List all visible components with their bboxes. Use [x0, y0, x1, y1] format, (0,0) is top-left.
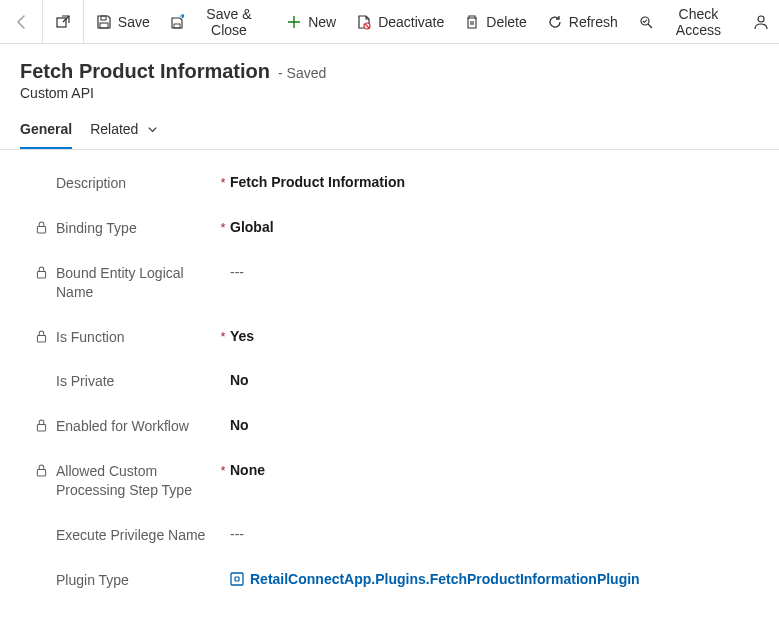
assign-button[interactable] [747, 0, 775, 44]
save-label: Save [118, 14, 150, 30]
new-button[interactable]: New [276, 0, 346, 44]
field-enabled-workflow: Enabled for Workflow No [36, 417, 759, 436]
person-icon [753, 14, 769, 30]
refresh-label: Refresh [569, 14, 618, 30]
required-indicator: * [220, 220, 225, 235]
lock-icon [36, 219, 50, 234]
plugin-type-label: Plugin Type [56, 571, 129, 590]
check-access-button[interactable]: Check Access [628, 0, 747, 44]
lock-icon [36, 328, 50, 343]
description-label: Description [56, 174, 126, 193]
svg-rect-8 [37, 271, 45, 277]
popout-icon [55, 14, 71, 30]
delete-button[interactable]: Delete [454, 0, 536, 44]
lock-slot [36, 526, 50, 528]
back-button[interactable] [4, 0, 40, 44]
svg-rect-3 [174, 24, 180, 28]
tab-related-label: Related [90, 121, 138, 137]
is-private-label: Is Private [56, 372, 114, 391]
lock-slot [36, 372, 50, 374]
plugin-entity-icon [230, 572, 244, 586]
enabled-workflow-value: No [230, 417, 249, 433]
new-label: New [308, 14, 336, 30]
svg-point-5 [641, 17, 649, 25]
required-indicator: * [220, 463, 225, 478]
required-indicator: * [220, 329, 225, 344]
binding-type-value: Global [230, 219, 274, 235]
svg-rect-9 [37, 335, 45, 341]
field-binding-type: Binding Type * Global [36, 219, 759, 238]
toolbar-divider [83, 0, 84, 44]
is-function-value: Yes [230, 328, 254, 344]
save-close-label: Save & Close [192, 6, 266, 38]
svg-point-6 [758, 16, 764, 22]
required-indicator: * [220, 175, 225, 190]
allowed-step-type-label: Allowed Custom Processing Step Type [56, 462, 216, 500]
lock-icon [36, 462, 50, 477]
delete-label: Delete [486, 14, 526, 30]
lock-slot [36, 571, 50, 573]
lock-slot [36, 174, 50, 176]
field-bound-entity: Bound Entity Logical Name --- [36, 264, 759, 302]
back-arrow-icon [14, 14, 30, 30]
command-bar: Save Save & Close New Deactivate Delete … [0, 0, 779, 44]
svg-rect-1 [100, 23, 108, 28]
is-private-value[interactable]: No [230, 372, 249, 388]
save-status: - Saved [278, 65, 326, 81]
refresh-button[interactable]: Refresh [537, 0, 628, 44]
tab-strip: General Related [0, 109, 779, 150]
toolbar-divider [42, 0, 43, 44]
bound-entity-label: Bound Entity Logical Name [56, 264, 216, 302]
check-access-label: Check Access [660, 6, 737, 38]
plus-icon [286, 14, 302, 30]
execute-privilege-value[interactable]: --- [230, 526, 244, 542]
field-plugin-type: Plugin Type RetailConnectApp.Plugins.Fet… [36, 571, 759, 590]
save-icon [96, 14, 112, 30]
allowed-step-type-value: None [230, 462, 265, 478]
lock-icon [36, 417, 50, 432]
field-execute-privilege: Execute Privilege Name --- [36, 526, 759, 545]
chevron-down-icon [144, 121, 160, 137]
svg-rect-2 [101, 16, 106, 20]
trash-icon [464, 14, 480, 30]
svg-rect-11 [37, 470, 45, 476]
field-is-function: Is Function * Yes [36, 328, 759, 347]
svg-rect-0 [57, 18, 66, 27]
save-button[interactable]: Save [86, 0, 160, 44]
deactivate-icon [356, 14, 372, 30]
binding-type-label: Binding Type [56, 219, 137, 238]
svg-rect-12 [231, 573, 243, 585]
refresh-icon [547, 14, 563, 30]
execute-privilege-label: Execute Privilege Name [56, 526, 205, 545]
bound-entity-value: --- [230, 264, 244, 280]
lock-icon [36, 264, 50, 279]
enabled-workflow-label: Enabled for Workflow [56, 417, 189, 436]
svg-rect-10 [37, 425, 45, 431]
field-allowed-step-type: Allowed Custom Processing Step Type * No… [36, 462, 759, 500]
field-description: Description * Fetch Product Information [36, 174, 759, 193]
plugin-type-link[interactable]: RetailConnectApp.Plugins.FetchProductInf… [230, 571, 640, 587]
save-close-icon [170, 14, 186, 30]
plugin-type-value: RetailConnectApp.Plugins.FetchProductInf… [250, 571, 640, 587]
description-value[interactable]: Fetch Product Information [230, 174, 405, 190]
save-close-button[interactable]: Save & Close [160, 0, 276, 44]
form-body: Description * Fetch Product Information … [0, 150, 779, 635]
check-access-icon [638, 14, 654, 30]
deactivate-button[interactable]: Deactivate [346, 0, 454, 44]
is-function-label: Is Function [56, 328, 124, 347]
entity-name: Custom API [20, 85, 759, 101]
field-is-private: Is Private No [36, 372, 759, 391]
open-new-window-button[interactable] [45, 0, 81, 44]
tab-general-label: General [20, 121, 72, 137]
tab-related[interactable]: Related [90, 121, 160, 149]
tab-general[interactable]: General [20, 121, 72, 149]
record-header: Fetch Product Information - Saved Custom… [0, 44, 779, 109]
deactivate-label: Deactivate [378, 14, 444, 30]
page-title: Fetch Product Information [20, 60, 270, 83]
svg-rect-7 [37, 226, 45, 232]
